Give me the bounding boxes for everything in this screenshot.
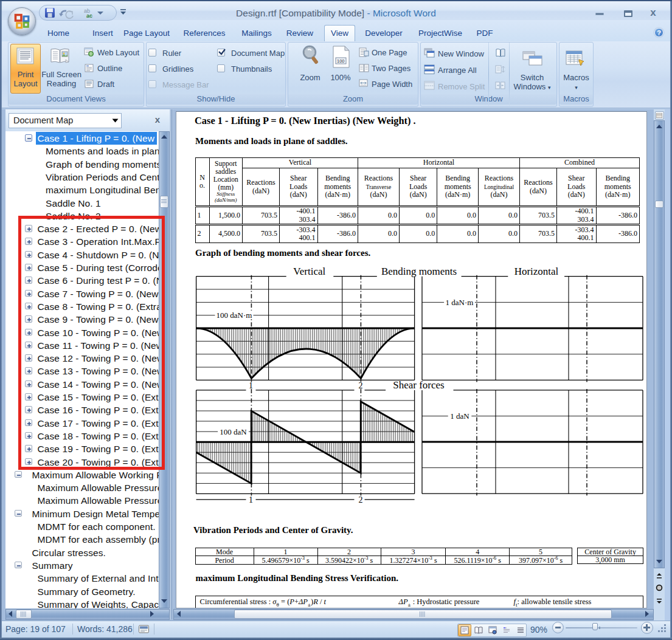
svg-text:100: 100 — [337, 58, 345, 64]
svg-text:2: 2 — [359, 381, 363, 390]
svg-text:1 daN: 1 daN — [450, 411, 469, 421]
svg-text:100 daN·m: 100 daN·m — [216, 311, 252, 320]
svg-text:1 daN·m: 1 daN·m — [446, 298, 474, 307]
svg-text:Shear forces: Shear forces — [393, 379, 445, 391]
svg-text:2: 2 — [359, 495, 363, 504]
svg-text:1: 1 — [249, 381, 253, 390]
svg-text:100 daN: 100 daN — [220, 427, 247, 436]
svg-text:Bending moments: Bending moments — [381, 266, 457, 277]
svg-text:ac: ac — [86, 13, 92, 19]
svg-text:Horizontal: Horizontal — [514, 266, 559, 277]
svg-text:1: 1 — [249, 495, 253, 504]
svg-text:Vertical: Vertical — [293, 266, 325, 277]
